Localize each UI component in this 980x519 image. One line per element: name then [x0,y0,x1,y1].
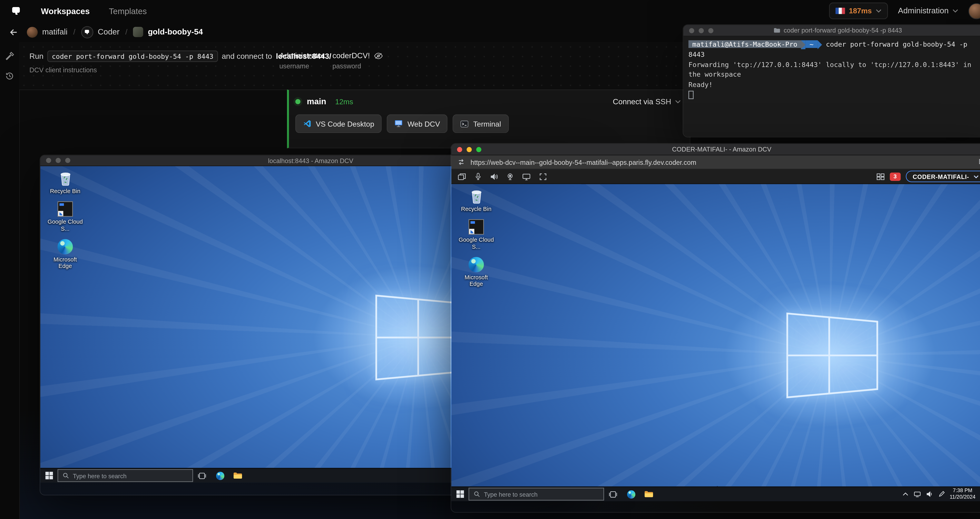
minimize-window-button[interactable] [699,28,704,33]
terminal-output-forwarding: Forwarding 'tcp://127.0.0.1:8443' locall… [689,60,980,80]
speaker-icon[interactable] [490,173,498,180]
taskbar-search-input[interactable]: Type here to search [469,488,604,500]
agent-status-dot [295,99,301,104]
breadcrumb-user[interactable]: matifali [27,27,67,37]
latency-pill[interactable]: 187ms [829,3,888,19]
desktop-icon-recycle-bin[interactable]: Recycle Bin [458,188,495,212]
taskbar-edge-button[interactable] [622,487,640,501]
terminal-cursor [689,91,694,99]
desktop-icon-google-cloud-sdk[interactable]: Google Cloud S... [458,220,495,250]
dcv-web-title-bar[interactable]: CODER-MATIFALI- - Amazon DCV [452,144,980,155]
windows-cascade-icon[interactable] [458,173,466,180]
windows-desktop[interactable]: Recycle Bin Google Cloud S... Microsoft … [452,184,980,501]
taskbar-edge-button[interactable] [211,469,229,483]
coder-logo[interactable] [10,5,22,17]
breadcrumb-workspace-label: gold-booby-54 [148,27,203,37]
close-window-button[interactable] [689,28,694,33]
nav-templates[interactable]: Templates [109,6,147,16]
url-field[interactable]: https://web-dcv--main--gold-booby-54--ma… [470,158,974,166]
connect-via-ssh-button[interactable]: Connect via SSH [613,97,681,106]
dcv-client-instructions-link[interactable]: DCV client instructions [29,66,97,73]
history-icon[interactable] [5,72,14,81]
taskbar-search-input[interactable]: Type here to search [57,469,193,482]
dcv-local-window-title: localhost:8443 - Amazon DCV [268,157,353,164]
terminal-title-bar[interactable]: coder port-forward gold-booby-54 -p 8443 [683,25,980,37]
agent-name: main [307,96,326,106]
search-icon [474,491,480,497]
task-view-icon [609,490,617,498]
terminal-body[interactable]: matifali@Atifs-MacBook-Pro~ coder port-f… [683,37,980,137]
breadcrumb-separator: / [73,27,75,37]
terminal-prompt-host: matifali@Atifs-MacBook-Pro [689,40,801,48]
desktop-icon-google-cloud-sdk[interactable]: Google Cloud S... [47,202,84,232]
recycle-bin-icon [469,188,484,204]
network-icon[interactable] [913,491,921,497]
zoom-window-button[interactable] [476,146,481,152]
breadcrumb-user-label: matifali [42,27,67,37]
back-button[interactable] [6,27,21,37]
left-sidebar [0,42,20,519]
taskbar-clock[interactable]: 7:38 PM 11/20/2024 [950,488,975,500]
eye-off-icon[interactable] [374,52,383,59]
desktop-icon-microsoft-edge[interactable]: Microsoft Edge [458,257,495,288]
file-explorer-button[interactable] [640,487,658,501]
terminal-prompt-path: ~ [806,40,818,48]
breadcrumb-separator: / [125,27,127,37]
terminal-button[interactable]: Terminal [453,115,509,133]
vscode-desktop-button[interactable]: VS Code Desktop [295,115,382,133]
username-value: Administrator [279,51,325,60]
build-tools-icon[interactable] [5,52,14,61]
breadcrumb-template[interactable]: Coder [81,26,119,38]
start-button[interactable] [452,487,469,501]
edge-icon [627,490,635,498]
site-connection-icon[interactable] [457,159,465,166]
edge-icon [216,471,224,479]
user-avatar-small [27,27,38,37]
desktop-icon-microsoft-edge[interactable]: Microsoft Edge [47,239,84,270]
vscode-desktop-label: VS Code Desktop [316,120,374,127]
screen: Workspaces Templates 187ms Administratio… [0,0,980,519]
copy-icon[interactable] [978,158,980,166]
microphone-icon[interactable] [475,173,481,180]
start-button[interactable] [40,469,57,483]
zoom-window-button[interactable] [65,158,70,163]
volume-icon[interactable] [926,491,933,497]
task-view-button[interactable] [604,487,622,501]
minimize-window-button[interactable] [56,158,61,163]
tray-time: 7:38 PM [950,488,975,494]
close-window-button[interactable] [457,146,462,152]
notification-badge[interactable]: 3 [889,172,900,180]
screens-grid-icon[interactable] [876,173,885,180]
google-cloud-sdk-icon [469,220,484,235]
minimize-window-button[interactable] [467,146,472,152]
fullscreen-icon[interactable] [539,173,547,180]
chevron-down-icon [952,9,958,13]
administration-menu[interactable]: Administration [898,6,958,16]
desktop-icon-recycle-bin[interactable]: Recycle Bin [47,170,84,195]
port-forward-command: coder port-forward gold-booby-54 -p 8443 [47,51,218,62]
edge-icon [469,257,484,272]
chevron-down-icon [675,99,681,103]
task-view-button[interactable] [193,469,211,483]
agent-card: main 12ms Connect via SSH VS Code Deskto… [287,89,690,148]
pen-icon[interactable] [938,491,945,497]
nav-workspaces[interactable]: Workspaces [41,6,90,16]
close-window-button[interactable] [46,158,51,163]
terminal-window-title: coder port-forward gold-booby-54 -p 8443 [784,27,902,34]
session-menu-button[interactable]: CODER-MATIFALI- [906,171,980,182]
tray-expand-icon[interactable] [902,492,908,496]
file-explorer-button[interactable] [229,469,247,483]
chevron-down-icon [974,175,978,178]
zoom-window-button[interactable] [708,28,713,33]
user-menu[interactable] [969,3,980,19]
terminal-prompt-line: matifali@Atifs-MacBook-Pro~ coder port-f… [689,40,980,60]
webcam-icon[interactable] [507,173,513,180]
task-view-icon [197,472,207,479]
display-icon[interactable] [522,173,531,180]
web-dcv-button[interactable]: Web DCV [387,115,448,133]
windows-wallpaper [452,184,980,501]
search-icon [63,472,69,479]
windows-start-icon [456,490,464,498]
breadcrumb-workspace[interactable]: gold-booby-54 [133,27,203,37]
password-value: coderDCV! [332,51,370,60]
